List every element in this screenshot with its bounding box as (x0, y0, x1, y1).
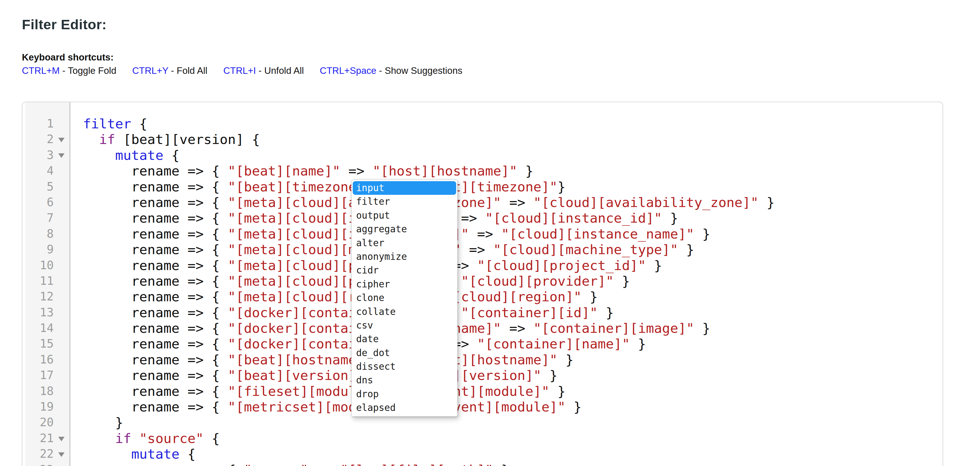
autocomplete-item-filter[interactable]: filter (352, 195, 457, 208)
code-line[interactable]: mutate { (83, 446, 942, 462)
autocomplete-dropdown[interactable]: inputfilteroutputaggregatealteranonymize… (351, 179, 458, 417)
code-line[interactable]: rename => { "source" => "[log][file][pat… (83, 462, 942, 466)
autocomplete-item-clone[interactable]: clone (352, 291, 457, 305)
line-number: 7 (25, 210, 54, 226)
code-line[interactable]: rename => { "[meta][cloud][machine_type]… (83, 242, 942, 257)
token-plain (83, 431, 115, 446)
token-plain: rename => { (83, 384, 228, 399)
fold-toggle-icon[interactable] (58, 452, 65, 457)
token-plain: rename => { (83, 179, 228, 195)
token-plain: { (164, 147, 180, 163)
code-line[interactable]: rename => { "[docker][container][name]" … (83, 336, 942, 352)
autocomplete-item-aggregate[interactable]: aggregate (352, 222, 457, 236)
fold-toggle-icon[interactable] (58, 138, 65, 142)
code-line[interactable]: rename => { "[meta][cloud][provider]" =>… (83, 273, 942, 289)
token-plain: } (541, 368, 558, 383)
token-str: "source" (139, 431, 204, 446)
token-plain: } (582, 289, 598, 304)
editor-gutter-rows: 1234567891011121314151617181920212223 (25, 116, 69, 466)
autocomplete-item-cipher[interactable]: cipher (352, 277, 457, 291)
code-line[interactable]: rename => { "[fileset][module]" => "[eve… (83, 384, 942, 399)
token-str: "[container][id]" (461, 305, 598, 320)
gutter-row: 4 (25, 163, 69, 179)
code-line[interactable]: rename => { "[docker][container][id]" =>… (83, 305, 942, 320)
gutter-row: 14 (25, 320, 69, 336)
gutter-row: 19 (25, 399, 69, 415)
code-line[interactable]: rename => { "[metricset][module]" => "[e… (83, 399, 942, 415)
page-title: Filter Editor: (22, 16, 107, 32)
code-line[interactable]: rename => { "[meta][cloud][instance_name… (83, 226, 942, 242)
shortcut-ctrl-m: CTRL+M - Toggle Fold (22, 65, 116, 76)
gutter-row: 23 (25, 462, 69, 466)
code-line[interactable]: filter { (83, 116, 942, 132)
shortcut-keys: CTRL+I (223, 65, 256, 76)
token-plain: } (759, 195, 775, 210)
token-plain: [beat][version] { (115, 132, 260, 147)
fold-arrow-slot (54, 152, 68, 158)
autocomplete-item-de_dot[interactable]: de_dot (352, 346, 457, 360)
token-plain: } (630, 336, 646, 352)
code-line[interactable]: mutate { (83, 147, 942, 163)
shortcut-keys: CTRL+Space (320, 65, 376, 76)
code-line[interactable]: rename => { "[beat][version]" => "[agent… (83, 368, 942, 383)
gutter-row: 20 (25, 415, 69, 430)
autocomplete-item-elapsed[interactable]: elapsed (352, 401, 457, 415)
code-line[interactable]: if [beat][version] { (83, 132, 942, 147)
token-plain: { (131, 116, 148, 132)
gutter-row: 18 (25, 384, 69, 399)
token-plain (83, 147, 115, 163)
line-number: 11 (25, 273, 54, 289)
token-plain (131, 431, 139, 446)
token-plain: } (83, 415, 123, 430)
token-plain: rename => { (83, 226, 228, 242)
code-line[interactable]: } (83, 415, 942, 430)
fold-toggle-icon[interactable] (58, 153, 65, 158)
code-line[interactable]: rename => { "[beat][name]" => "[host][ho… (83, 163, 942, 179)
token-plain: => (501, 320, 533, 336)
gutter-row: 6 (25, 195, 69, 210)
token-plain: { (180, 446, 196, 462)
token-str: "[cloud][availability_zone]" (533, 195, 759, 210)
token-plain: rename => { (83, 320, 228, 336)
code-line[interactable]: if "source" { (83, 431, 942, 446)
fold-toggle-icon[interactable] (58, 437, 65, 441)
token-plain: rename => { (83, 305, 228, 320)
code-line[interactable]: rename => { "[docker][container][image][… (83, 320, 942, 336)
autocomplete-item-anonymize[interactable]: anonymize (352, 250, 457, 263)
token-str: "[container][image]" (533, 320, 694, 336)
filter-editor[interactable]: 1234567891011121314151617181920212223 fi… (22, 101, 943, 466)
autocomplete-item-input[interactable]: input (353, 181, 456, 195)
token-plain (83, 132, 99, 147)
autocomplete-item-csv[interactable]: csv (352, 319, 457, 332)
autocomplete-item-dns[interactable]: dns (352, 373, 457, 387)
keyboard-shortcuts-row: CTRL+M - Toggle FoldCTRL+Y - Fold AllCTR… (22, 65, 463, 76)
autocomplete-item-date[interactable]: date (352, 332, 457, 346)
code-line[interactable]: rename => { "[beat][timezone]" => "[even… (83, 179, 942, 195)
autocomplete-item-alter[interactable]: alter (352, 236, 457, 250)
code-line[interactable]: rename => { "[meta][cloud][region]" => "… (83, 289, 942, 304)
line-number: 2 (25, 132, 54, 147)
autocomplete-item-output[interactable]: output (352, 209, 457, 222)
shortcut-keys: CTRL+M (22, 65, 60, 76)
code-line[interactable]: rename => { "[beat][hostname]" => "[agen… (83, 352, 942, 368)
token-plain: => (453, 210, 485, 226)
autocomplete-item-cidr[interactable]: cidr (352, 263, 457, 277)
gutter-row: 2 (25, 132, 69, 147)
line-number: 14 (25, 320, 54, 336)
gutter-row: 21 (25, 431, 69, 446)
autocomplete-item-dissect[interactable]: dissect (352, 360, 457, 373)
code-line[interactable]: rename => { "[meta][cloud][instance_id]"… (83, 210, 942, 226)
token-plain: { (204, 431, 220, 446)
code-line[interactable]: rename => { "[meta][cloud][availability_… (83, 195, 942, 210)
gutter-row: 5 (25, 179, 69, 195)
autocomplete-item-collate[interactable]: collate (352, 305, 457, 319)
token-plain: } (598, 305, 614, 320)
code-line[interactable]: rename => { "[meta][cloud][project_id]" … (83, 258, 942, 273)
code-area[interactable]: filter { if [beat][version] { mutate { r… (70, 116, 942, 466)
gutter-row: 22 (25, 446, 69, 462)
token-str: "[beat][name]" (228, 163, 340, 179)
gutter-row: 7 (25, 210, 69, 226)
autocomplete-item-drop[interactable]: drop (352, 387, 457, 401)
token-plain: } (566, 399, 582, 415)
shortcut-description: - Toggle Fold (60, 65, 116, 76)
